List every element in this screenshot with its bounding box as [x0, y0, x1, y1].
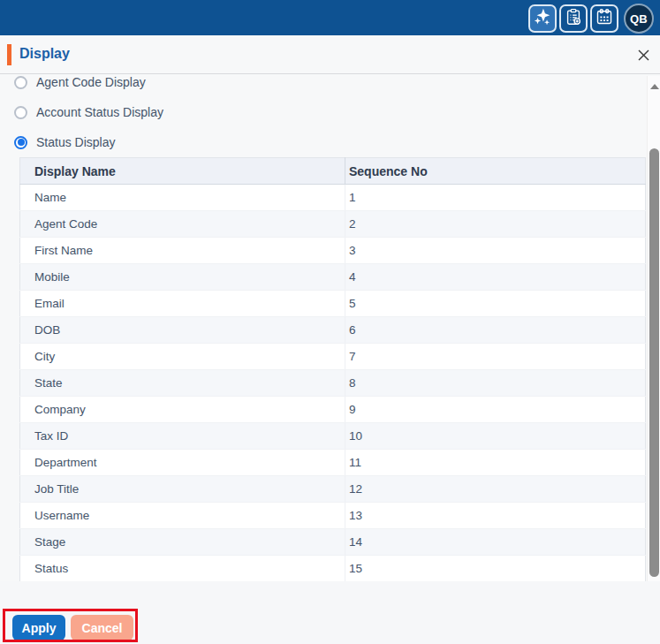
radio-option-agent-code-display[interactable]: Agent Code Display: [0, 74, 647, 97]
dialog-header: Display: [0, 35, 660, 74]
cell-sequence-no: 1: [345, 185, 646, 211]
radio-option-label: Status Display: [36, 135, 115, 149]
table-row[interactable]: Name1: [20, 185, 646, 211]
apply-button[interactable]: Apply: [12, 615, 65, 640]
table-row[interactable]: Username13: [20, 503, 646, 529]
table-row[interactable]: Agent Code2: [20, 211, 646, 238]
calendar-icon: [595, 7, 614, 30]
cell-sequence-no: 15: [345, 556, 646, 582]
title-accent-bar: [7, 44, 11, 65]
display-option-radio-group: Agent Code Display Account Status Displa…: [0, 74, 647, 157]
clipboard-add-icon: [564, 7, 583, 30]
cell-display-name: Name: [20, 185, 345, 211]
cell-sequence-no: 4: [345, 264, 646, 291]
table-header: Display Name Sequence No: [20, 158, 646, 185]
user-avatar[interactable]: QB: [624, 4, 654, 34]
cell-sequence-no: 12: [345, 476, 646, 503]
cell-sequence-no: 9: [345, 397, 646, 423]
table-row[interactable]: Department11: [20, 450, 646, 476]
radio-circle-icon[interactable]: [14, 76, 27, 89]
cell-display-name: Stage: [20, 529, 345, 556]
cell-display-name: City: [20, 344, 345, 370]
table-row[interactable]: Status15: [20, 556, 646, 582]
cell-sequence-no: 6: [345, 317, 646, 344]
cell-display-name: Tax ID: [20, 423, 345, 450]
display-fields-table: Display Name Sequence No Name1Agent Code…: [19, 157, 646, 581]
topbar-actions: QB: [528, 4, 654, 34]
column-header-sequence-no: Sequence No: [345, 158, 646, 185]
sparkles-icon: [533, 7, 552, 30]
table-row[interactable]: DOB6: [20, 317, 646, 344]
cell-display-name: Company: [20, 397, 345, 423]
radio-circle-icon[interactable]: [14, 136, 27, 149]
table-row[interactable]: Mobile4: [20, 264, 646, 291]
clipboard-add-button[interactable]: [559, 4, 588, 33]
cancel-button[interactable]: Cancel: [71, 615, 133, 640]
dialog-footer: Apply Cancel: [0, 581, 660, 644]
cell-display-name: Username: [20, 503, 345, 529]
top-navigation-bar: QB: [0, 0, 660, 35]
scroll-up-arrow-icon[interactable]: [650, 84, 659, 89]
radio-circle-icon[interactable]: [14, 106, 27, 119]
table-row[interactable]: Email5: [20, 291, 646, 317]
radio-option-label: Agent Code Display: [36, 75, 146, 89]
close-icon[interactable]: [635, 47, 651, 63]
scrollbar-thumb[interactable]: [649, 148, 659, 577]
dialog-title: Display: [19, 46, 70, 62]
cell-display-name: Status: [20, 556, 345, 582]
table-row[interactable]: City7: [20, 344, 646, 370]
cell-sequence-no: 7: [345, 344, 646, 370]
cell-sequence-no: 3: [345, 238, 646, 264]
cell-sequence-no: 11: [345, 450, 646, 476]
cell-display-name: First Name: [20, 238, 345, 264]
dialog-content: Agent Code Display Account Status Displa…: [0, 74, 647, 581]
vertical-scrollbar[interactable]: [647, 76, 660, 581]
radio-option-label: Account Status Display: [36, 105, 163, 119]
cell-display-name: Email: [20, 291, 345, 317]
column-header-display-name: Display Name: [20, 158, 345, 185]
sparkles-button[interactable]: [528, 4, 557, 33]
cell-sequence-no: 13: [345, 503, 646, 529]
cell-display-name: DOB: [20, 317, 345, 344]
table-row[interactable]: Job Title12: [20, 476, 646, 503]
cell-display-name: Mobile: [20, 264, 345, 291]
table-row[interactable]: First Name3: [20, 238, 646, 264]
cell-sequence-no: 8: [345, 370, 646, 397]
cell-display-name: Department: [20, 450, 345, 476]
table-row[interactable]: Stage14: [20, 529, 646, 556]
cell-sequence-no: 2: [345, 211, 646, 238]
radio-option-account-status-display[interactable]: Account Status Display: [0, 97, 647, 127]
radio-option-status-display[interactable]: Status Display: [0, 127, 647, 157]
table-row[interactable]: Company9: [20, 397, 646, 423]
table-row[interactable]: Tax ID10: [20, 423, 646, 450]
cell-sequence-no: 14: [345, 529, 646, 556]
cell-display-name: Agent Code: [20, 211, 345, 238]
table-body: Name1Agent Code2First Name3Mobile4Email5…: [20, 185, 646, 582]
calendar-button[interactable]: [590, 4, 618, 33]
cell-display-name: Job Title: [20, 476, 345, 503]
cell-display-name: State: [20, 370, 345, 397]
cell-sequence-no: 5: [345, 291, 646, 317]
table-row[interactable]: State8: [20, 370, 646, 397]
cell-sequence-no: 10: [345, 423, 646, 450]
